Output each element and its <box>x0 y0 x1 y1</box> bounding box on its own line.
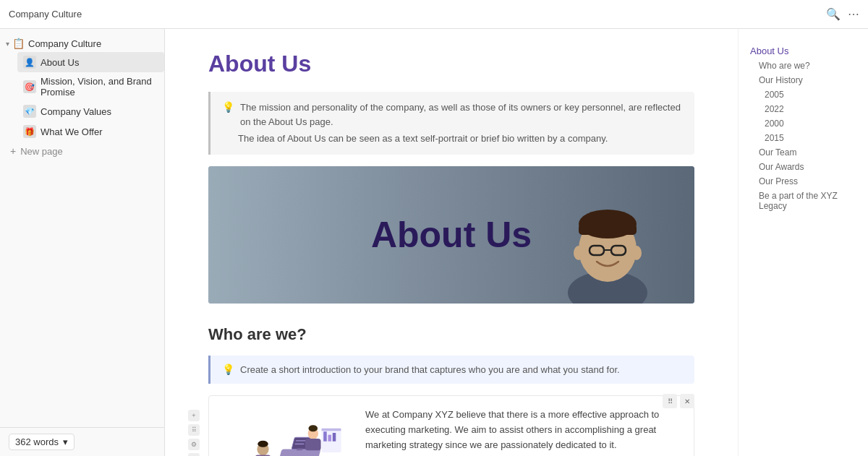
sidebar-child-label-offer: What We Offer <box>41 126 103 137</box>
page-title: About Us <box>208 51 694 77</box>
sidebar-item-about-us[interactable]: 👤 About Us <box>17 52 164 72</box>
word-count-chevron: ▾ <box>63 436 68 447</box>
svg-rect-38 <box>323 431 327 442</box>
toc-list: About UsWho are we?Our History2005202220… <box>750 43 856 213</box>
toc-item-3[interactable]: 2005 <box>750 87 856 102</box>
callout-row-2: The idea of About Us can be seen as a te… <box>222 132 683 146</box>
sidebar-child-label-about-us: About Us <box>41 57 79 68</box>
sidebar-child-label-mission: Mission, Vision, and Brand Promise <box>41 76 158 98</box>
sidebar-item-values[interactable]: 💎 Company Values <box>17 101 164 121</box>
more-icon[interactable]: ⋯ <box>848 7 859 21</box>
settings-block-icon[interactable]: ⚙ <box>188 439 200 450</box>
top-bar: Company Culture 🔍 ⋯ <box>0 0 868 29</box>
mission-icon: 🎯 <box>23 80 36 93</box>
new-page-label: New page <box>20 146 63 157</box>
sidebar-item-mission[interactable]: 🎯 Mission, Vision, and Brand Promise <box>17 72 164 101</box>
toc-item-2[interactable]: Our History <box>750 73 856 87</box>
svg-rect-19 <box>305 439 321 450</box>
block-controls-top: ⠿ ✕ <box>663 394 694 408</box>
top-bar-title: Company Culture <box>9 9 82 20</box>
new-page-button[interactable]: + New page <box>0 142 164 160</box>
sidebar-group-label: Company Culture <box>28 38 101 49</box>
svg-rect-3 <box>579 224 637 235</box>
callout-row-who: 💡 Create a short introduction to your br… <box>222 363 683 377</box>
word-count-selector[interactable]: 362 words ▾ <box>9 434 75 450</box>
search-icon[interactable]: 🔍 <box>826 7 841 21</box>
two-col-text-block: We at Company XYZ believe that there is … <box>365 408 682 456</box>
toc-item-1[interactable]: Who are we? <box>750 59 856 73</box>
svg-rect-40 <box>333 433 336 442</box>
company-culture-icon: 📋 <box>12 38 24 49</box>
block-controls-left: + ⠿ ⚙ + <box>188 410 200 456</box>
sidebar: ▾ 📋 Company Culture 👤 About Us 🎯 Mission… <box>0 29 165 456</box>
toc-item-10[interactable]: Be a part of the XYZ Legacy <box>750 189 856 213</box>
hero-person-illustration <box>550 181 665 304</box>
right-toc: About UsWho are we?Our History2005202220… <box>738 29 868 456</box>
svg-point-18 <box>309 425 318 431</box>
svg-point-27 <box>258 441 268 447</box>
word-count-label: 362 words <box>15 436 59 447</box>
sidebar-section: ▾ 📋 Company Culture 👤 About Us 🎯 Mission… <box>0 29 164 166</box>
sidebar-group-company-culture[interactable]: ▾ 📋 Company Culture <box>0 35 164 52</box>
values-icon: 💎 <box>23 105 36 118</box>
add-block-icon[interactable]: + <box>188 410 200 421</box>
who-heading: Who are we? <box>208 325 694 344</box>
toc-item-9[interactable]: Our Press <box>750 174 856 189</box>
top-bar-icons: 🔍 ⋯ <box>826 7 859 21</box>
two-col-block: We at Company XYZ believe that there is … <box>208 395 694 456</box>
chevron-down-icon: ▾ <box>6 40 9 48</box>
content-area: About Us 💡 The mission and personality o… <box>165 29 738 456</box>
delete-icon[interactable]: ✕ <box>680 394 694 408</box>
svg-point-8 <box>631 246 642 260</box>
word-count-bar: 362 words ▾ <box>0 427 164 456</box>
svg-rect-41 <box>322 429 341 431</box>
callout-text-who: Create a short introduction to your bran… <box>240 363 620 377</box>
hero-title-overlay: About Us <box>371 214 532 256</box>
office-illustration <box>221 408 351 456</box>
svg-rect-39 <box>328 435 332 442</box>
svg-rect-16 <box>297 449 303 451</box>
svg-point-7 <box>574 246 584 260</box>
lightbulb-icon: 💡 <box>222 101 234 113</box>
two-col-wrapper: ⠿ ✕ + ⠿ ⚙ + <box>208 395 694 456</box>
sidebar-item-offer[interactable]: 🎁 What We Offer <box>17 121 164 142</box>
toc-item-7[interactable]: Our Team <box>750 145 856 160</box>
callout-text-2: The idea of About Us can be seen as a te… <box>222 132 608 146</box>
sidebar-child-label-values: Company Values <box>41 106 111 117</box>
para-1: We at Company XYZ believe that there is … <box>365 408 682 452</box>
drag-icon[interactable]: ⠿ <box>663 394 677 408</box>
main-layout: ▾ 📋 Company Culture 👤 About Us 🎯 Mission… <box>0 29 868 456</box>
offer-icon: 🎁 <box>23 125 36 138</box>
toc-item-5[interactable]: 2000 <box>750 116 856 131</box>
plus-icon: + <box>10 145 16 157</box>
callout-box-who: 💡 Create a short introduction to your br… <box>208 356 694 384</box>
callout-row-1: 💡 The mission and personality of the com… <box>222 100 683 129</box>
toc-item-0[interactable]: About Us <box>750 43 856 59</box>
collapse-block-icon[interactable]: + <box>188 453 200 456</box>
lightbulb-icon-2: 💡 <box>222 363 234 375</box>
sidebar-children: 👤 About Us 🎯 Mission, Vision, and Brand … <box>0 52 164 142</box>
toc-item-6[interactable]: 2015 <box>750 131 856 145</box>
callout-box-intro: 💡 The mission and personality of the com… <box>208 92 694 155</box>
isometric-office-svg <box>221 408 351 456</box>
toc-item-8[interactable]: Our Awards <box>750 160 856 174</box>
drag-block-icon[interactable]: ⠿ <box>188 424 200 436</box>
callout-text-1: The mission and personality of the compa… <box>240 100 683 129</box>
hero-image: About Us <box>208 166 694 304</box>
about-us-icon: 👤 <box>23 56 36 69</box>
toc-item-4[interactable]: 2022 <box>750 102 856 116</box>
